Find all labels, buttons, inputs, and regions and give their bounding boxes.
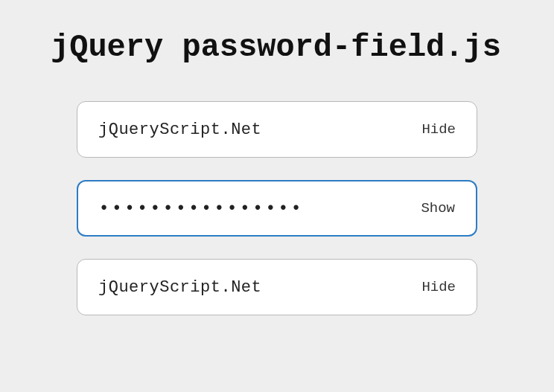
password-input-3[interactable] [98,278,421,297]
password-field-1: Hide [77,101,477,158]
toggle-visibility-button-2[interactable]: Show [421,197,455,219]
toggle-visibility-button-3[interactable]: Hide [421,276,456,298]
password-fields-container: Hide Show Hide [37,101,517,315]
password-input-2[interactable] [99,199,421,218]
toggle-visibility-button-1[interactable]: Hide [421,118,456,141]
password-input-1[interactable] [98,121,421,139]
password-field-2: Show [77,180,477,237]
page-title: jQuery password-field.js [37,30,517,65]
password-field-3: Hide [77,259,477,315]
